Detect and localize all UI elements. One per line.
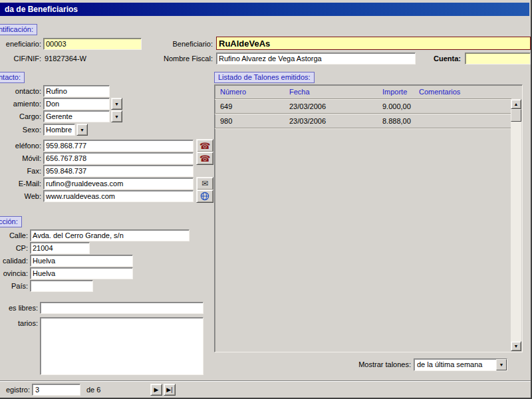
notas-libres-field[interactable] [40, 302, 203, 314]
cargo-label: Cargo: [0, 112, 41, 120]
record-count-label: de 6 [86, 386, 100, 394]
beneficiario-field[interactable]: RuAldeVeAs [216, 37, 531, 50]
chevron-down-icon: ▼ [114, 102, 119, 106]
record-number-field[interactable]: 3 [32, 384, 80, 396]
table-scrollbar[interactable]: ▲ ▼ [511, 99, 521, 351]
sexo-label: Sexo: [0, 126, 41, 134]
nombre-fiscal-label: Nombre Fiscal: [160, 55, 213, 63]
beneficiario-code-label: eneficiario: [0, 40, 41, 48]
scroll-up-button[interactable]: ▲ [511, 99, 521, 109]
globe-icon [200, 192, 209, 201]
notas-libres-label: es libres: [0, 304, 38, 312]
pais-field[interactable] [30, 280, 93, 292]
talones-table: Número Fecha Importe Comentarios 649 23/… [214, 84, 523, 352]
chevron-down-icon: ▼ [114, 114, 119, 119]
last-record-button[interactable]: ▶| [164, 384, 176, 396]
email-field[interactable]: rufino@rualdeveas.com [43, 178, 194, 190]
arrow-up-icon: ▲ [514, 102, 519, 106]
nombre-fiscal-field[interactable]: Rufino Alvarez de Vega Astorga [216, 53, 416, 65]
cell-numero: 649 [220, 102, 232, 110]
fax-label: Fax: [0, 167, 41, 175]
persona-contacto-label: ontacto: [0, 87, 41, 95]
cell-fecha: 23/03/2006 [289, 102, 326, 110]
registro-label: egistro: [0, 386, 30, 394]
persona-contacto-field[interactable]: Rufino [43, 85, 110, 97]
localidad-field[interactable]: Huelva [30, 255, 133, 267]
web-label: Web: [0, 192, 41, 200]
sexo-field[interactable]: Hombre [43, 124, 75, 136]
cif-value: 91827364-W [45, 55, 86, 63]
envelope-icon: ✉ [201, 180, 208, 188]
nav-divider [0, 380, 531, 382]
arrow-down-icon: ▼ [514, 344, 519, 348]
scroll-down-button[interactable]: ▼ [511, 341, 521, 351]
calle-label: Calle: [0, 231, 28, 239]
section-direccion: cción: [0, 216, 22, 227]
table-row[interactable]: 980 23/03/2006 8.888,00 [215, 114, 511, 128]
column-numero: Número [220, 88, 246, 96]
title-bar[interactable]: da de Beneficiarios [0, 3, 529, 16]
scrollbar-thumb[interactable] [511, 109, 521, 122]
telefono-field[interactable]: 959.868.777 [43, 140, 194, 152]
localidad-label: calidad: [0, 257, 28, 265]
beneficiario-label: Beneficiario: [160, 40, 213, 48]
comentarios-label: tarios: [0, 319, 38, 327]
chevron-down-icon: ▼ [499, 362, 504, 367]
mostrar-talones-select[interactable]: de la última semana ▼ [414, 358, 507, 371]
cif-label: CIF/NIF: [0, 55, 41, 63]
provincia-label: ovincia: [0, 269, 28, 277]
talones-table-header: Número Fecha Importe Comentarios [215, 85, 511, 99]
cargo-dropdown-button[interactable]: ▼ [111, 110, 122, 122]
web-field[interactable]: www.rualdeveas.com [43, 190, 194, 202]
table-row[interactable]: 649 23/03/2006 9.000,00 [215, 100, 511, 114]
mostrar-talones-dropdown-button[interactable]: ▼ [496, 359, 507, 370]
mostrar-talones-label: Mostrar talones: [346, 360, 411, 368]
column-comentarios: Comentarios [419, 88, 460, 96]
movil-label: Móvil: [0, 154, 41, 162]
cell-fecha: 23/03/2006 [289, 117, 326, 125]
comentarios-field[interactable] [40, 317, 203, 375]
section-contacto: ntacto: [0, 72, 25, 83]
cell-numero: 980 [220, 117, 232, 125]
email-label: E-Mail: [0, 180, 41, 188]
cp-label: CP: [0, 244, 28, 252]
telefono-label: eléfono: [0, 142, 41, 150]
open-web-button[interactable] [196, 190, 213, 203]
mostrar-talones-value: de la última semana [417, 360, 482, 368]
provincia-field[interactable]: Huelva [30, 267, 133, 279]
column-fecha: Fecha [289, 88, 310, 96]
phone-icon: ☎ [200, 154, 210, 163]
cell-importe: 8.888,00 [382, 117, 411, 125]
movil-field[interactable]: 656.767.878 [43, 152, 194, 164]
section-talones: Listado de Talones emitidos: [214, 72, 315, 83]
sexo-dropdown-button[interactable]: ▼ [76, 124, 88, 136]
dial-movil-button[interactable]: ☎ [196, 152, 213, 165]
cargo-field[interactable]: Gerente [43, 110, 110, 122]
window-title: da de Beneficiarios [5, 5, 78, 14]
send-email-button[interactable]: ✉ [196, 177, 213, 190]
beneficiarios-window: da de Beneficiarios ntificación: enefici… [0, 0, 532, 399]
cell-importe: 9.000,00 [382, 102, 411, 110]
cuenta-field[interactable] [465, 53, 531, 65]
beneficiario-code-field[interactable]: 00003 [43, 38, 142, 50]
last-record-icon: ▶| [166, 386, 172, 393]
cp-field[interactable]: 21004 [30, 242, 90, 254]
tratamiento-label: amiento: [0, 100, 41, 108]
next-record-button[interactable]: ▶ [150, 384, 162, 396]
calle-field[interactable]: Avda. del Cerro Grande, s/n [30, 229, 190, 241]
tratamiento-dropdown-button[interactable]: ▼ [111, 98, 122, 110]
chevron-down-icon: ▼ [80, 128, 84, 132]
column-importe: Importe [382, 88, 407, 96]
section-identificacion: ntificación: [0, 24, 37, 35]
phone-icon: ☎ [200, 142, 210, 150]
pais-label: País: [0, 282, 28, 290]
next-record-icon: ▶ [154, 386, 159, 393]
dial-telefono-button[interactable]: ☎ [196, 139, 213, 152]
cuenta-label: Cuenta: [399, 55, 461, 63]
fax-field[interactable]: 959.848.737 [43, 165, 194, 177]
tratamiento-field[interactable]: Don [43, 98, 110, 110]
